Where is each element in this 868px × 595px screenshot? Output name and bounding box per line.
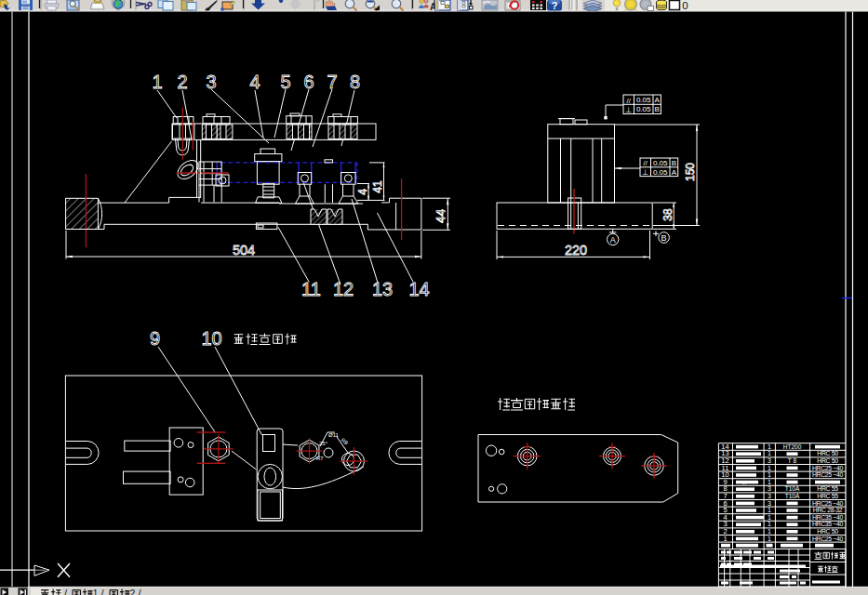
svg-text:HRC25 ~40: HRC25 ~40 <box>812 536 844 542</box>
svg-text:⊥: ⊥ <box>625 106 632 114</box>
svg-text:A: A <box>610 235 616 245</box>
svg-text:10: 10 <box>201 328 221 349</box>
svg-text:3: 3 <box>768 457 771 464</box>
svg-text:4: 4 <box>356 189 369 195</box>
svg-text:HRC35 ~40: HRC35 ~40 <box>812 514 844 521</box>
svg-text:1: 1 <box>768 443 771 450</box>
svg-text:11: 11 <box>301 279 321 299</box>
svg-text:25°: 25° <box>319 441 328 446</box>
svg-text:HRC25 ~40: HRC25 ~40 <box>812 471 844 478</box>
svg-text:?: ? <box>552 0 558 11</box>
svg-text:0.05: 0.05 <box>636 105 651 113</box>
svg-text:1: 1 <box>93 588 99 595</box>
svg-text:1: 1 <box>768 450 771 456</box>
svg-text:A: A <box>672 168 677 177</box>
svg-text:2: 2 <box>177 72 187 92</box>
svg-text:44: 44 <box>434 209 447 224</box>
svg-text:3: 3 <box>206 72 216 92</box>
svg-text:6: 6 <box>303 72 314 92</box>
svg-text:Ø11: Ø11 <box>328 432 340 438</box>
svg-text:12: 12 <box>333 279 354 299</box>
svg-text:HRC 55: HRC 55 <box>817 485 838 492</box>
svg-text:1: 1 <box>768 514 771 521</box>
svg-text:T10A: T10A <box>785 485 800 492</box>
svg-text:B: B <box>655 105 660 113</box>
svg-text:220: 220 <box>565 243 587 258</box>
svg-text:HT200: HT200 <box>783 443 802 450</box>
svg-text:0: 0 <box>682 0 688 11</box>
svg-text:HRC35 ~40: HRC35 ~40 <box>812 521 844 527</box>
svg-text:3: 3 <box>768 485 771 492</box>
svg-text:8: 8 <box>350 72 360 92</box>
svg-text:HRC 28-32: HRC 28-32 <box>813 507 843 513</box>
svg-text:38: 38 <box>661 208 674 221</box>
svg-text:2: 2 <box>130 588 136 595</box>
svg-text:504: 504 <box>233 243 255 258</box>
svg-text:0.05: 0.05 <box>636 96 651 104</box>
svg-text:W: W <box>741 480 747 485</box>
svg-text:T 8: T 8 <box>788 457 797 464</box>
svg-text:1: 1 <box>723 535 727 543</box>
svg-text:0.05: 0.05 <box>653 168 668 177</box>
svg-text:1: 1 <box>768 465 771 471</box>
svg-text:1: 1 <box>768 521 771 527</box>
svg-text:13: 13 <box>372 279 393 299</box>
svg-text:0.05: 0.05 <box>653 159 668 167</box>
svg-text:⊥: ⊥ <box>642 168 648 177</box>
svg-text:HRC 50: HRC 50 <box>817 457 838 464</box>
svg-text:3: 3 <box>768 500 771 507</box>
svg-text:150: 150 <box>684 163 697 181</box>
svg-text:HRC 50: HRC 50 <box>817 528 838 535</box>
svg-text:1: 1 <box>768 507 771 513</box>
svg-text:A: A <box>655 96 661 104</box>
svg-text:HRC 50: HRC 50 <box>817 450 838 456</box>
svg-text:B: B <box>661 233 667 243</box>
svg-text:HRC25 ~40: HRC25 ~40 <box>812 465 844 471</box>
svg-text:1: 1 <box>768 471 771 478</box>
svg-text:HRC25 ~40: HRC25 ~40 <box>812 500 844 507</box>
svg-text:3: 3 <box>768 493 771 499</box>
svg-text:14: 14 <box>408 279 429 299</box>
svg-text:1: 1 <box>768 528 771 535</box>
svg-text:1: 1 <box>152 72 162 92</box>
svg-text:R7: R7 <box>316 456 324 461</box>
svg-text:B: B <box>672 159 676 167</box>
svg-text:5: 5 <box>280 72 290 92</box>
svg-text:1: 1 <box>768 536 771 542</box>
svg-text:7: 7 <box>327 72 337 92</box>
svg-text:T10A: T10A <box>785 493 800 499</box>
svg-text:4: 4 <box>249 72 260 92</box>
svg-text:41: 41 <box>371 180 384 193</box>
svg-text:HRC 55: HRC 55 <box>817 493 838 499</box>
svg-text:1: 1 <box>768 479 771 485</box>
svg-text:9: 9 <box>150 328 160 349</box>
